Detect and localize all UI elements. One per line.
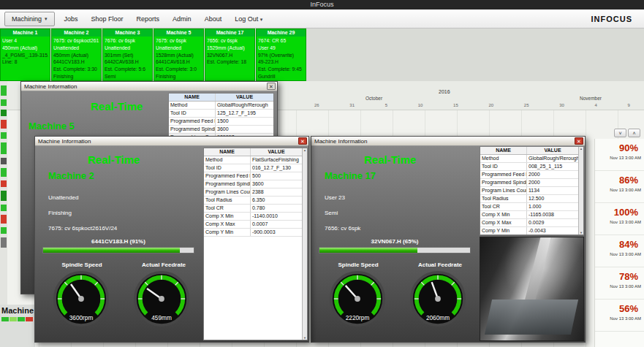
table-row: Programmed Feed Rate 1500 (169, 118, 273, 126)
window-titlebar[interactable]: InFocus (0, 0, 644, 9)
dialog-titlebar[interactable]: Machine Information ✕ (35, 137, 308, 146)
column-header-name: NAME (204, 148, 251, 156)
status-block[interactable] (1, 317, 9, 321)
menu-admin[interactable]: Admin (166, 12, 198, 26)
status-block[interactable] (1, 132, 7, 139)
status-block[interactable] (1, 227, 7, 234)
machine-card-29[interactable]: Machine 29 7674: CR 65 User 49 97% (Over… (256, 28, 306, 81)
machine-information-dialog-machine-2: Machine Information ✕ Real-Time Machine … (34, 136, 309, 343)
status-block[interactable] (18, 317, 25, 321)
dialog-body: Real-Time Machine 17 User 23 Semi 7656: … (311, 146, 585, 342)
actual-feedrate-label: Actual Feedrate (406, 262, 474, 268)
actual-feedrate-gauge: 459mm (133, 270, 190, 327)
machine-status: User 23 (325, 194, 345, 201)
status-block[interactable] (1, 168, 7, 177)
column-header-name: NAME (169, 94, 216, 101)
day-tick: 25 (524, 103, 529, 107)
param-name: Programmed Feed Rate (204, 172, 251, 180)
scroll-down-icon[interactable]: ▼ (303, 336, 307, 340)
machine-card-line: 1529mm (Actual) (207, 45, 253, 52)
machine-card-line: 450mm (Actual) (53, 52, 99, 59)
menu-about[interactable]: About (198, 12, 229, 26)
scroll-up-icon[interactable]: ▲ (303, 148, 307, 152)
param-name: Tool CR (204, 205, 251, 212)
table-scrollbar[interactable]: ▲ ▼ (578, 147, 583, 234)
timeline-day-ticks: 26 31 5 10 15 20 25 30 4 9 (314, 103, 630, 107)
chevron-up-icon[interactable]: ˄ (628, 129, 640, 137)
kpi-row[interactable]: 90% Nov 13 3:00 AM (595, 139, 644, 171)
day-tick: 5 (385, 103, 387, 107)
dialog-titlebar[interactable]: Machine Information ✕ (311, 137, 585, 146)
machine-card-body: 7676: cv 6spk Unattended 301mm (Set) 644… (103, 37, 152, 81)
status-block[interactable] (1, 158, 7, 164)
utilization-percent: 90% (595, 142, 644, 153)
chevron-down-icon[interactable]: ˅ (614, 129, 626, 137)
machine-card-body: 7674: CR 65 User 49 97% (Overwrite) 49-2… (257, 37, 306, 81)
menu-log-out[interactable]: Log Out ▾ (228, 12, 269, 26)
status-block[interactable] (1, 205, 7, 211)
menu-machining[interactable]: Machining ▾ (4, 12, 55, 26)
machine-name-heading: Machine 5 (29, 121, 75, 131)
table-row: MethodGlobalRough/Rerough (480, 155, 578, 163)
param-value: -900.0003 (251, 229, 302, 236)
menu-jobs[interactable]: Jobs (58, 12, 85, 26)
actual-feedrate-gauge: 2060mm (409, 270, 466, 327)
status-block[interactable] (1, 142, 7, 154)
program-progress-bar (42, 247, 194, 253)
column-header-value: VALUE (216, 94, 273, 101)
machine-card-1[interactable]: Machine 1 User 4 450mm (Actual) _4_PGMS_… (0, 28, 50, 81)
menu-log-out-label: Log Out (235, 15, 258, 23)
status-block[interactable] (26, 317, 33, 321)
status-block[interactable] (1, 110, 7, 116)
status-block[interactable] (1, 99, 7, 106)
kpi-row[interactable]: 86% Nov 13 3:00 AM (595, 171, 644, 203)
table-row: Tool CR0.780 (204, 205, 302, 213)
kpi-row[interactable]: 78% Nov 13 3:00 AM (595, 267, 644, 300)
table-row: MethodFlatSurfaceFinishing (204, 156, 302, 164)
machine-card-line: 7676: cv 6spk (105, 37, 151, 45)
status-block[interactable] (1, 85, 7, 96)
dialog-title: Machine Information (314, 138, 367, 145)
brand-logo: INFOCUS (591, 15, 640, 23)
bottom-panel-label: Machine (1, 306, 34, 315)
menu-shop-floor[interactable]: Shop Floor (85, 12, 130, 26)
realtime-heading: Real-Time (88, 153, 140, 166)
machine-card-2[interactable]: Machine 2 7675: cv 6spkoct261 Unattended… (51, 28, 102, 81)
param-name: Tool ID (204, 164, 251, 172)
machine-card-17[interactable]: Machine 17 7656: cv 6spk 1529mm (Actual)… (205, 28, 255, 81)
dialog-titlebar[interactable]: Machine Information ✕ (21, 82, 277, 91)
machine-card-line: Unattended (105, 45, 151, 52)
status-block[interactable] (1, 191, 7, 201)
table-scrollbar[interactable]: ▲ ▼ (302, 148, 307, 340)
scroll-up-icon[interactable]: ▲ (579, 147, 583, 150)
close-icon[interactable]: ✕ (298, 137, 307, 145)
status-block[interactable] (1, 180, 7, 187)
param-name: Programmed Feed Rate (480, 171, 527, 178)
status-block[interactable] (1, 215, 7, 224)
machine-card-line: Gundrill (258, 73, 304, 80)
kpi-timestamp: Nov 13 3:00 AM (595, 188, 644, 192)
status-block[interactable] (1, 237, 7, 248)
machine-card-5[interactable]: Machine 5 7675: cv 6spk Unattended 1528m… (154, 28, 204, 81)
scroll-down-icon[interactable]: ▼ (579, 231, 583, 234)
kpi-row[interactable]: 56% Nov 13 3:00 AM (595, 300, 644, 332)
utilization-percent: 100% (595, 207, 644, 218)
close-icon[interactable]: ✕ (575, 137, 583, 145)
param-value: -1165.0038 (527, 211, 578, 218)
kpi-timestamp: Nov 13 3:00 AM (595, 156, 644, 160)
status-block[interactable] (1, 120, 7, 129)
param-value: 0.0029 (527, 219, 578, 226)
table-row: Tool CR1.000 (480, 203, 578, 211)
kpi-row[interactable]: 84% Nov 13 3:00 AM (595, 235, 644, 267)
status-block[interactable] (10, 317, 17, 321)
column-header-name: NAME (480, 147, 527, 154)
kpi-row[interactable]: 100% Nov 13 3:00 AM (595, 203, 644, 235)
close-icon[interactable]: ✕ (267, 83, 276, 90)
spindle-speed-gauge: 3600rpm (53, 270, 110, 327)
machine-mode: Finishing (48, 210, 72, 216)
parameter-table: ▲ ▼ NAME VALUE MethodFlatSurfaceFinishin… (203, 148, 308, 340)
machine-card-3[interactable]: Machine 3 7676: cv 6spk Unattended 301mm… (102, 28, 153, 81)
menu-reports[interactable]: Reports (130, 12, 167, 26)
spindle-speed-label: Spindle Speed (325, 262, 392, 268)
machine-card-line: 7674: CR 65 (258, 37, 304, 45)
